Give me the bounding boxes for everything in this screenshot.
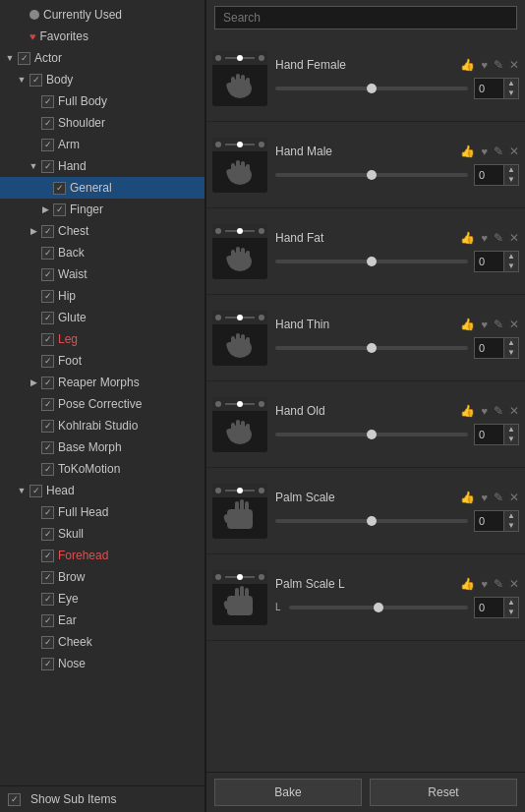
checkbox-back[interactable] [41, 247, 54, 260]
tree-item-chest[interactable]: Chest [0, 220, 204, 242]
checkbox-hand[interactable] [41, 160, 54, 173]
x-icon[interactable]: ✕ [509, 145, 519, 158]
tree-item-forehead[interactable]: Forehead [0, 545, 204, 566]
x-icon[interactable]: ✕ [509, 231, 519, 245]
morph-slider-hand-male[interactable] [275, 173, 468, 177]
tree-item-full-head[interactable]: Full Head [0, 501, 204, 523]
heart-icon[interactable]: ♥ [481, 145, 488, 157]
morph-slider-hand-old[interactable] [275, 433, 468, 436]
checkbox-brow[interactable] [41, 571, 54, 584]
morph-step-down-hand-male[interactable]: ▼ [504, 175, 518, 185]
tree-item-actor[interactable]: Actor [0, 47, 204, 69]
checkbox-full-head[interactable] [41, 506, 54, 519]
tree-item-kohlrabi-studio[interactable]: Kohlrabi Studio [0, 415, 204, 436]
tree-item-cheek[interactable]: Cheek [0, 631, 204, 653]
pencil-icon[interactable]: ✎ [494, 318, 503, 331]
x-icon[interactable]: ✕ [509, 58, 519, 72]
checkbox-arm[interactable] [41, 139, 54, 151]
pencil-icon[interactable]: ✎ [494, 491, 503, 504]
checkbox-eye[interactable] [41, 593, 54, 606]
heart-icon[interactable]: ♥ [481, 59, 488, 71]
morph-step-down-hand-old[interactable]: ▼ [504, 435, 518, 444]
x-icon[interactable]: ✕ [509, 318, 519, 331]
morph-step-up-hand-male[interactable]: ▲ [504, 165, 518, 175]
morph-step-up-hand-old[interactable]: ▲ [504, 425, 518, 435]
morph-value-input-hand-thin[interactable] [475, 340, 503, 356]
morph-slider-palm-scale-l[interactable] [289, 606, 468, 609]
heart-icon[interactable]: ♥ [481, 492, 488, 503]
morph-step-up-hand-thin[interactable]: ▲ [504, 338, 518, 348]
thumb-up-icon[interactable]: 👍 [460, 58, 475, 72]
reset-button[interactable]: Reset [370, 779, 517, 806]
morph-step-down-hand-fat[interactable]: ▼ [504, 261, 518, 271]
thumb-up-icon[interactable]: 👍 [460, 404, 475, 418]
tree-item-arm[interactable]: Arm [0, 134, 204, 155]
search-input[interactable] [214, 6, 517, 29]
morph-value-input-hand-female[interactable] [475, 81, 503, 96]
tree-item-brow[interactable]: Brow [0, 566, 204, 588]
tree-item-favorites[interactable]: ♥Favorites [0, 26, 204, 47]
checkbox-finger[interactable] [53, 203, 66, 216]
tree-item-waist[interactable]: Waist [0, 263, 204, 285]
morph-slider-hand-thin[interactable] [275, 346, 468, 350]
checkbox-cheek[interactable] [41, 636, 54, 649]
tree-item-head[interactable]: Head [0, 480, 204, 501]
tree-item-currently-used[interactable]: Currently Used [0, 4, 204, 26]
morph-step-down-hand-female[interactable]: ▼ [504, 88, 518, 98]
pencil-icon[interactable]: ✎ [494, 577, 503, 591]
tree-item-finger[interactable]: Finger [0, 199, 204, 220]
pencil-icon[interactable]: ✎ [494, 145, 503, 158]
x-icon[interactable]: ✕ [509, 491, 519, 504]
pencil-icon[interactable]: ✎ [494, 231, 503, 245]
checkbox-actor[interactable] [18, 52, 30, 65]
morph-step-up-hand-female[interactable]: ▲ [504, 79, 518, 88]
tree-item-ear[interactable]: Ear [0, 609, 204, 631]
morph-value-input-palm-scale[interactable] [475, 513, 503, 529]
tree-item-pose-corrective[interactable]: Pose Corrective [0, 393, 204, 415]
checkbox-general[interactable] [53, 182, 66, 195]
checkbox-hip[interactable] [41, 290, 54, 303]
checkbox-head[interactable] [29, 485, 42, 497]
morph-slider-hand-fat[interactable] [275, 260, 468, 263]
morph-step-down-palm-scale-l[interactable]: ▼ [504, 608, 518, 617]
morph-step-down-hand-thin[interactable]: ▼ [504, 348, 518, 358]
tree-item-shoulder[interactable]: Shoulder [0, 112, 204, 134]
checkbox-kohlrabi-studio[interactable] [41, 420, 54, 433]
checkbox-nose[interactable] [41, 658, 54, 670]
thumb-up-icon[interactable]: 👍 [460, 491, 475, 504]
checkbox-body[interactable] [29, 74, 42, 87]
pencil-icon[interactable]: ✎ [494, 58, 503, 72]
morph-slider-hand-female[interactable] [275, 87, 468, 90]
x-icon[interactable]: ✕ [509, 577, 519, 591]
tree-item-glute[interactable]: Glute [0, 307, 204, 328]
tree-item-nose[interactable]: Nose [0, 653, 204, 674]
tree-item-eye[interactable]: Eye [0, 588, 204, 609]
thumb-up-icon[interactable]: 👍 [460, 318, 475, 331]
tree-scroll[interactable]: Currently Used♥FavoritesActorBodyFull Bo… [0, 0, 204, 785]
heart-icon[interactable]: ♥ [481, 578, 488, 590]
tree-item-general[interactable]: General [0, 177, 204, 199]
tree-item-back[interactable]: Back [0, 242, 204, 263]
tree-item-hand[interactable]: Hand [0, 155, 204, 177]
checkbox-full-body[interactable] [41, 95, 54, 108]
tree-item-leg[interactable]: Leg [0, 328, 204, 350]
thumb-up-icon[interactable]: 👍 [460, 231, 475, 245]
checkbox-tokomation[interactable] [41, 463, 54, 476]
checkbox-base-morph[interactable] [41, 441, 54, 454]
tree-item-tokomation[interactable]: ToKoMotion [0, 458, 204, 480]
checkbox-reaper-morphs[interactable] [41, 377, 54, 389]
checkbox-shoulder[interactable] [41, 117, 54, 130]
tree-item-reaper-morphs[interactable]: Reaper Morphs [0, 372, 204, 393]
checkbox-waist[interactable] [41, 268, 54, 281]
show-sub-items-checkbox[interactable] [8, 793, 21, 806]
checkbox-ear[interactable] [41, 614, 54, 627]
tree-item-hip[interactable]: Hip [0, 285, 204, 307]
thumb-up-icon[interactable]: 👍 [460, 145, 475, 158]
morph-value-input-hand-old[interactable] [475, 427, 503, 442]
checkbox-skull[interactable] [41, 528, 54, 541]
heart-icon[interactable]: ♥ [481, 232, 488, 244]
checkbox-forehead[interactable] [41, 550, 54, 562]
morph-step-up-palm-scale-l[interactable]: ▲ [504, 598, 518, 608]
checkbox-leg[interactable] [41, 333, 54, 346]
morph-value-input-hand-male[interactable] [475, 167, 503, 183]
